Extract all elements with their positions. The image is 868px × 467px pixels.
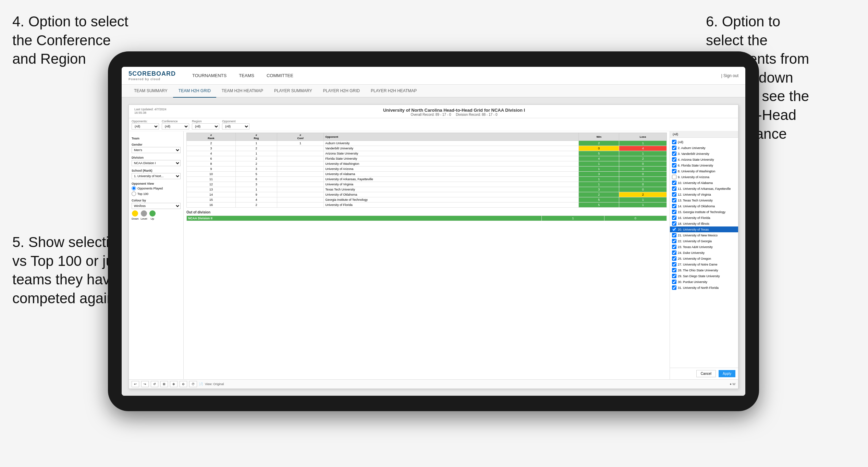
dropdown-item[interactable]: 11. University of Arkansas, Fayetteville <box>670 186 738 192</box>
dropdown-item[interactable]: 3. Vanderbilt University <box>670 151 738 157</box>
main-content: Last Updated: 4/7/2024 16:55:38 Universi… <box>122 98 745 396</box>
out-div-table: NCAA Division II 1 0 <box>186 216 667 221</box>
toolbar-undo[interactable]: ↩ <box>132 381 139 387</box>
dropdown-item[interactable]: (All) <box>670 139 738 145</box>
toolbar-refresh[interactable]: ↺ <box>151 381 158 387</box>
dropdown-item[interactable]: 31. University of North Florida <box>670 285 738 291</box>
table-row: 2 1 1 Auburn University 2 1 <box>187 141 667 146</box>
legend-circle-level <box>141 210 147 217</box>
dropdown-item[interactable]: 28. The Ohio State University <box>670 267 738 273</box>
conference-select[interactable]: (All) <box>162 123 189 130</box>
toolbar-clock[interactable]: ⏱ <box>189 381 197 387</box>
dropdown-item[interactable]: 2. Auburn University <box>670 145 738 151</box>
filters-row: Opponents: (All) Conference (All) Region <box>129 118 738 131</box>
dropdown-item[interactable]: 20. University of Texas <box>670 226 738 232</box>
col-rank: #Rank <box>187 133 236 141</box>
table-row: 13 1 Texas Tech University 3 0 <box>187 187 667 192</box>
dropdown-item[interactable]: 25. University of Oregon <box>670 256 738 261</box>
cell-conf <box>277 187 323 192</box>
dropdown-item[interactable]: 6. Florida State University <box>670 162 738 168</box>
view-label: 📄 <box>199 382 203 386</box>
dropdown-item[interactable]: 9. University of Arizona <box>670 174 738 180</box>
cell-reg: 2 <box>236 146 277 151</box>
table-row: 10 5 University of Alabama 3 0 <box>187 172 667 177</box>
tab-team-h2h-grid[interactable]: TEAM H2H GRID <box>173 85 216 98</box>
opponent-view: Opponent View Opponents Played Top 100 <box>132 182 181 196</box>
cell-conf <box>277 146 323 151</box>
tab-player-summary[interactable]: PLAYER SUMMARY <box>269 85 318 98</box>
legend-down: Down <box>132 210 138 220</box>
opponents-select[interactable]: (All) <box>132 123 159 130</box>
nav-right[interactable]: | Sign out <box>721 73 738 78</box>
radio-top100[interactable]: Top 100 <box>132 192 181 196</box>
dropdown-item[interactable]: 23. Texas A&M University <box>670 244 738 250</box>
opponent-select[interactable]: (All) <box>222 123 249 130</box>
dropdown-item[interactable]: 22. University of Georgia <box>670 238 738 244</box>
report-record: Overall Record: 89 - 17 - 0 Division Rec… <box>175 113 733 116</box>
cell-opponent: Arizona State University <box>324 151 579 156</box>
cell-conf <box>277 172 323 177</box>
dropdown-item[interactable]: 12. University of Virginia <box>670 192 738 197</box>
cell-win: 4 <box>579 156 619 161</box>
cell-opponent: University of Oklahoma <box>324 192 579 197</box>
cell-rank: 2 <box>187 141 236 146</box>
dropdown-item[interactable]: 15. Georgia Institute of Technology <box>670 209 738 215</box>
tab-team-h2h-heatmap[interactable]: TEAM H2H HEATMAP <box>216 85 269 98</box>
dropdown-item[interactable]: 13. Texas Tech University <box>670 197 738 203</box>
cell-reg: 5 <box>236 172 277 177</box>
dropdown-header: (All) <box>670 131 738 138</box>
dropdown-item[interactable]: 27. University of Notre Dame <box>670 261 738 267</box>
toolbar-zoom-in[interactable]: ⊕ <box>170 381 178 387</box>
toolbar-home[interactable]: ⊞ <box>160 381 168 387</box>
dropdown-item[interactable]: 18. University of Illinois <box>670 221 738 226</box>
nav-item-committee[interactable]: COMMITTEE <box>260 67 299 85</box>
division-select[interactable]: NCAA Division I <box>132 160 181 166</box>
cell-loss: 0 <box>619 172 667 177</box>
report-title-area: University of North Carolina Head-to-Hea… <box>175 108 733 116</box>
cell-reg: 4 <box>236 197 277 202</box>
gender-select[interactable]: Men's <box>132 147 181 153</box>
cell-opponent: Vanderbilt University <box>324 146 579 151</box>
cell-opponent: University of Washington <box>324 161 579 167</box>
out-div-name: NCAA Division II <box>187 216 542 221</box>
cancel-button[interactable]: Cancel <box>696 370 716 377</box>
dropdown-item[interactable]: 14. University of Oklahoma <box>670 203 738 209</box>
table-row: 12 3 University of Virginia 1 0 <box>187 182 667 187</box>
cell-reg: 3 <box>236 182 277 187</box>
cell-opponent: University of Arkansas, Fayetteville <box>324 177 579 182</box>
dropdown-item[interactable]: 21. University of New Mexico <box>670 232 738 238</box>
dropdown-item[interactable]: 4. Arizona State University <box>670 157 738 162</box>
view-original: View: Original <box>205 382 224 386</box>
dropdown-item[interactable]: 24. Duke University <box>670 250 738 256</box>
cell-win: 5 <box>579 202 619 208</box>
sub-nav: TEAM SUMMARY TEAM H2H GRID TEAM H2H HEAT… <box>122 85 745 98</box>
colour-select[interactable]: Win/loss <box>132 203 181 209</box>
dropdown-item[interactable]: 10. University of Alabama <box>670 180 738 186</box>
school-select[interactable]: 1. University of Nort... <box>132 173 181 179</box>
report-meta: Last Updated: 4/7/2024 16:55:38 <box>134 108 169 114</box>
cell-rank: 6 <box>187 156 236 161</box>
dropdown-item[interactable]: 16. University of Florida <box>670 215 738 221</box>
radio-opponents-played[interactable]: Opponents Played <box>132 186 181 191</box>
nav-item-teams[interactable]: TEAMS <box>233 67 260 85</box>
region-select[interactable]: (All) <box>192 123 219 130</box>
toolbar-zoom-out[interactable]: ⊖ <box>180 381 187 387</box>
nav-item-tournaments[interactable]: TOURNAMENTS <box>186 67 233 85</box>
tab-player-h2h-grid[interactable]: PLAYER H2H GRID <box>318 85 365 98</box>
cell-reg: 6 <box>236 177 277 182</box>
table-row: 4 1 Arizona State University 5 1 <box>187 151 667 156</box>
cell-rank: 4 <box>187 151 236 156</box>
dropdown-item[interactable]: 29. San Diego State University <box>670 273 738 279</box>
apply-button[interactable]: Apply <box>719 370 735 377</box>
toolbar-redo[interactable]: ↪ <box>141 381 149 387</box>
col-conf: #Conf <box>277 133 323 141</box>
cell-conf <box>277 151 323 156</box>
table-row: 11 6 University of Arkansas, Fayettevill… <box>187 177 667 182</box>
dropdown-item[interactable]: 30. Purdue University <box>670 279 738 285</box>
filter-opponents: Opponents: (All) <box>132 120 159 130</box>
cell-win: 2 <box>579 141 619 146</box>
cell-win: 0 <box>579 146 619 151</box>
dropdown-item[interactable]: 8. University of Washington <box>670 168 738 174</box>
tab-team-summary[interactable]: TEAM SUMMARY <box>129 85 173 98</box>
tab-player-h2h-heatmap[interactable]: PLAYER H2H HEATMAP <box>365 85 422 98</box>
